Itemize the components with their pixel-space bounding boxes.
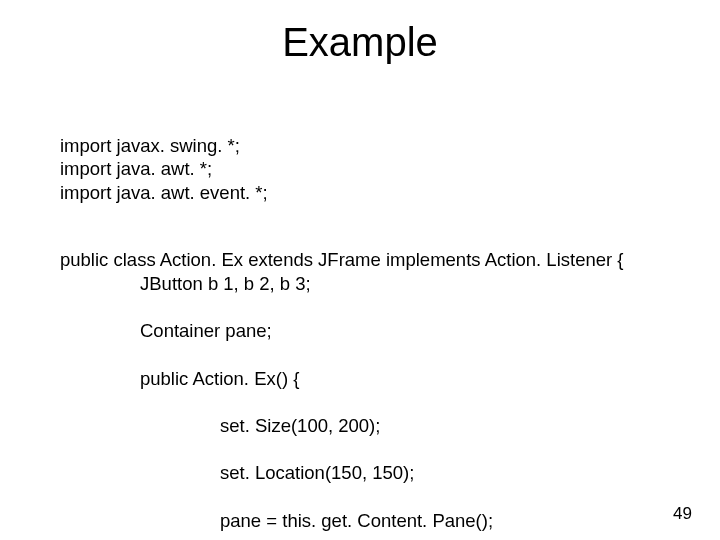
code-block: import javax. swing. *; import java. awt… — [60, 110, 632, 540]
code-line: set. Location(150, 150); — [60, 461, 632, 485]
page-number: 49 — [673, 504, 692, 524]
code-line: public class Action. Ex extends JFrame i… — [60, 249, 623, 270]
blank-line — [60, 205, 632, 225]
code-line: import java. awt. event. *; — [60, 182, 268, 203]
slide-title: Example — [0, 20, 720, 65]
code-line: import java. awt. *; — [60, 158, 212, 179]
code-line: pane = this. get. Content. Pane(); — [60, 509, 632, 533]
code-line: set. Size(100, 200); — [60, 414, 632, 438]
slide: Example import javax. swing. *; import j… — [0, 0, 720, 540]
code-line: public Action. Ex() { — [60, 367, 632, 391]
code-line: JButton b 1, b 2, b 3; — [60, 272, 632, 296]
code-line: Container pane; — [60, 319, 632, 343]
code-line: import javax. swing. *; — [60, 135, 240, 156]
